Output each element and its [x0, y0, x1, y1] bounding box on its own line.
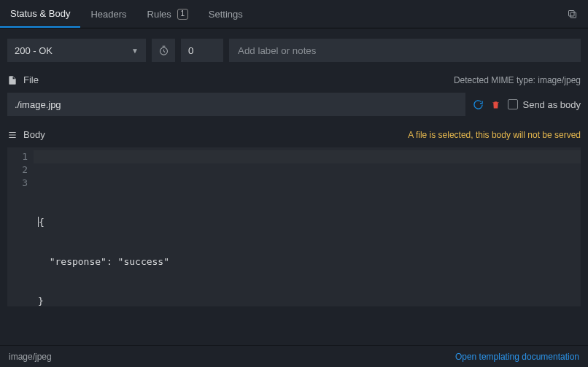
- tab-rules[interactable]: Rules 1: [137, 1, 198, 28]
- tab-label: Headers: [90, 9, 126, 20]
- chevron-down-icon: ▼: [131, 47, 139, 55]
- body-warning: A file is selected, this body will not b…: [408, 130, 581, 140]
- line-number: 1: [10, 150, 28, 163]
- duplicate-icon[interactable]: [560, 9, 585, 20]
- delay-input[interactable]: [181, 39, 223, 62]
- rules-count-badge: 1: [177, 9, 188, 20]
- footer-bar: image/jpeg Open templating documentation: [0, 345, 588, 367]
- tab-settings[interactable]: Settings: [198, 1, 253, 28]
- body-section-header: Body A file is selected, this body will …: [0, 120, 588, 144]
- tab-label: Settings: [209, 9, 243, 20]
- file-icon: [7, 75, 18, 85]
- line-number: 2: [10, 163, 28, 177]
- delete-icon[interactable]: [491, 99, 500, 110]
- svg-rect-1: [569, 10, 575, 16]
- code-line: "response": "success": [38, 255, 576, 269]
- list-icon: [7, 130, 18, 140]
- file-path-input[interactable]: [7, 93, 465, 116]
- body-editor[interactable]: 1 2 3 { "response": "success" }: [7, 147, 581, 306]
- code-line: {: [39, 217, 45, 228]
- file-row: Send as body: [0, 90, 588, 120]
- editor-code[interactable]: { "response": "success" }: [34, 147, 581, 306]
- line-number: 3: [10, 177, 28, 190]
- tabs-bar: Status & Body Headers Rules 1 Settings: [0, 0, 588, 28]
- send-as-body-toggle[interactable]: Send as body: [508, 99, 581, 110]
- tab-status-body[interactable]: Status & Body: [0, 1, 80, 28]
- svg-rect-0: [570, 12, 576, 18]
- tab-label: Status & Body: [10, 8, 70, 19]
- file-section-label: File: [23, 74, 39, 85]
- notes-input[interactable]: [229, 39, 581, 62]
- send-as-body-label: Send as body: [522, 99, 581, 110]
- delay-icon: [152, 39, 175, 62]
- refresh-icon[interactable]: [473, 99, 484, 110]
- status-code-value: 200 - OK: [15, 45, 53, 56]
- file-section-header: File Detected MIME type: image/jpeg: [0, 69, 588, 90]
- footer-mime: image/jpeg: [9, 352, 52, 362]
- editor-gutter: 1 2 3: [7, 147, 34, 306]
- detected-mime-label: Detected MIME type: image/jpeg: [454, 75, 581, 85]
- templating-docs-link[interactable]: Open templating documentation: [455, 352, 579, 362]
- status-row: 200 - OK ▼: [0, 28, 588, 69]
- body-section-label: Body: [23, 129, 45, 140]
- status-code-select[interactable]: 200 - OK ▼: [7, 39, 146, 62]
- tab-headers[interactable]: Headers: [80, 1, 136, 28]
- tab-label: Rules: [147, 9, 171, 20]
- checkbox-icon: [508, 99, 518, 109]
- code-line: }: [38, 295, 576, 308]
